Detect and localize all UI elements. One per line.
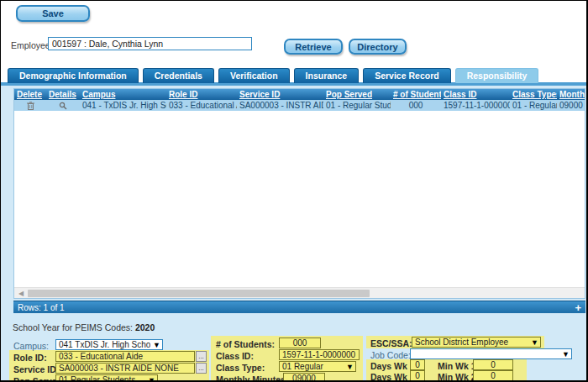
pop-served-select-value: 01 Regular Students — [59, 375, 145, 382]
cell-class-types: 01 - Regular — [510, 100, 557, 111]
role-id-input[interactable] — [55, 351, 195, 362]
employee-label: Employee: — [11, 40, 53, 50]
column-header-details[interactable]: Details — [46, 89, 80, 100]
tab-strip: Demographic Information Credentials Veri… — [8, 68, 538, 83]
app-window: Save Employee: Retrieve Directory Demogr… — [0, 0, 588, 382]
tab-demographic-information[interactable]: Demographic Information — [8, 68, 139, 83]
cell-monthly-minutes: 09000 — [557, 100, 585, 111]
column-header-service-id[interactable]: Service ID — [237, 89, 323, 100]
chevron-down-icon: ▼ — [562, 350, 570, 358]
directory-button[interactable]: Directory — [349, 39, 407, 55]
grid-header-row: Delete Details Campus Role ID Service ID… — [14, 89, 585, 100]
column-header-role-id[interactable]: Role ID — [166, 89, 237, 100]
column-header-class-types[interactable]: Class Types — [510, 89, 557, 100]
rows-count-label: Rows: 1 of 1 — [18, 303, 65, 312]
campus-select-value: 041 TxDIS Jr. High School 7 - 8 — [59, 340, 150, 349]
cell-service-id: SA000003 - INSTR AIDE NONE — [237, 100, 323, 111]
esc-ssa-select[interactable]: School District Employee ▼ — [412, 337, 541, 348]
magnifier-icon[interactable] — [59, 102, 67, 110]
cell-role-id: 033 - Educational Aide — [166, 100, 237, 111]
class-id-input[interactable] — [279, 349, 360, 360]
num-students-label: # of Students: — [216, 339, 275, 349]
campus-select[interactable]: 041 TxDIS Jr. High School 7 - 8 ▼ — [55, 339, 163, 350]
service-id-label: Service ID: — [13, 364, 59, 374]
class-type-select-value: 01 Regular — [282, 362, 344, 371]
esc-ssa-label: ESC/SSA: — [370, 338, 412, 348]
role-id-lookup-button[interactable]: ... — [196, 351, 207, 362]
chevron-down-icon: ▼ — [531, 338, 538, 347]
column-header-class-id[interactable]: Class ID — [441, 89, 510, 100]
service-id-input[interactable] — [55, 363, 195, 374]
monthly-minutes-input[interactable] — [283, 373, 325, 382]
min-wk2-input[interactable] — [473, 370, 513, 381]
class-type-select[interactable]: 01 Regular ▼ — [279, 361, 356, 372]
tab-insurance[interactable]: Insurance — [294, 68, 360, 83]
service-id-lookup-button[interactable]: ... — [196, 363, 207, 374]
pop-served-select[interactable]: 01 Regular Students ▼ — [55, 374, 158, 382]
class-id-label: Class ID: — [216, 351, 254, 361]
peims-school-year: School Year for PEIMS Codes: 2020 — [13, 322, 155, 332]
tab-credentials[interactable]: Credentials — [143, 68, 214, 83]
peims-year: 2020 — [135, 322, 155, 332]
responsibility-grid: Delete Details Campus Role ID Service ID… — [13, 88, 585, 299]
employee-input[interactable] — [48, 37, 252, 50]
campus-label: Campus: — [13, 341, 49, 351]
column-header-num-students[interactable]: # of Students — [391, 89, 441, 100]
peims-label: School Year for PEIMS Codes: — [13, 322, 133, 332]
scroll-left-icon[interactable]: ◀ — [16, 288, 26, 298]
tab-service-record[interactable]: Service Record — [363, 68, 450, 83]
tab-verification[interactable]: Verification — [218, 68, 290, 83]
scrollbar-thumb[interactable] — [28, 290, 370, 297]
column-header-campus[interactable]: Campus — [80, 89, 166, 100]
rows-status-bar: Rows: 1 of 1 + — [13, 301, 585, 313]
cell-campus: 041 - TxDIS Jr. High School 7 - 8 — [80, 100, 166, 111]
details-row-cell — [46, 100, 80, 111]
add-row-icon[interactable]: + — [575, 302, 581, 313]
role-id-label: Role ID: — [13, 353, 47, 363]
chevron-down-icon: ▼ — [148, 376, 155, 382]
trash-icon[interactable] — [27, 102, 34, 110]
column-header-pop-served[interactable]: Pop Served — [323, 89, 391, 100]
save-button[interactable]: Save — [16, 5, 90, 22]
chevron-down-icon: ▼ — [153, 341, 160, 349]
job-code-select[interactable]: ▼ — [410, 348, 572, 359]
cell-num-students: 000 — [391, 100, 441, 111]
job-code-label: Job Code: — [370, 350, 411, 360]
horizontal-scrollbar[interactable]: ◀ — [14, 287, 585, 298]
monthly-minutes-label: Monthly Minutes: — [216, 374, 288, 382]
cell-pop-served: 01 - Regular Students — [323, 100, 391, 111]
delete-row-cell — [14, 100, 46, 111]
days-wk1-input[interactable] — [410, 359, 425, 370]
column-header-monthly-minutes[interactable]: Monthly Minutes — [557, 89, 585, 100]
table-row[interactable]: 041 - TxDIS Jr. High School 7 - 8 033 - … — [14, 100, 585, 111]
responsibility-panel: Delete Details Campus Role ID Service ID… — [1, 82, 586, 380]
retrieve-button[interactable]: Retrieve — [284, 39, 343, 55]
cell-class-id: 1597-11-1-0000000 — [441, 100, 510, 111]
esc-ssa-select-value: School District Employee — [415, 338, 528, 347]
chevron-down-icon: ▼ — [346, 363, 354, 371]
column-header-delete[interactable]: Delete — [14, 89, 46, 100]
days-wk2-input[interactable] — [410, 370, 425, 381]
class-type-label: Class Type: — [216, 363, 265, 373]
min-wk1-input[interactable] — [473, 359, 513, 370]
num-students-input[interactable] — [279, 338, 321, 348]
tab-responsibility[interactable]: Responsibility — [455, 68, 539, 83]
